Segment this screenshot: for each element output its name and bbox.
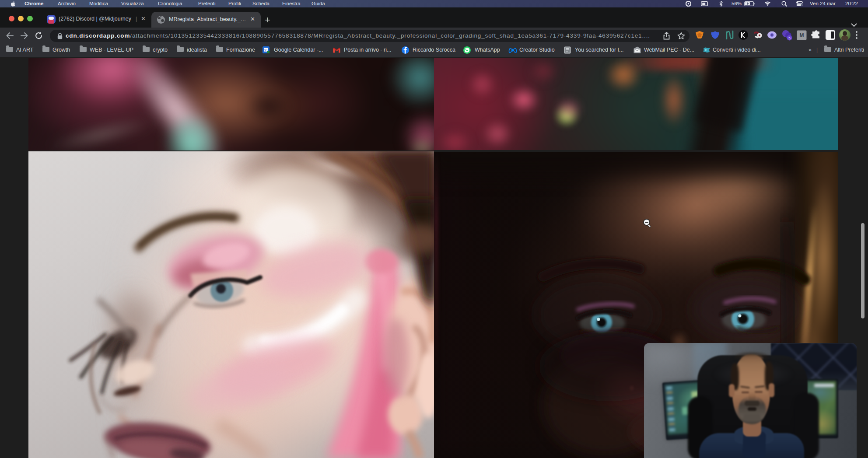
svg-text:5: 5	[788, 36, 791, 40]
svg-text:M: M	[800, 32, 804, 38]
